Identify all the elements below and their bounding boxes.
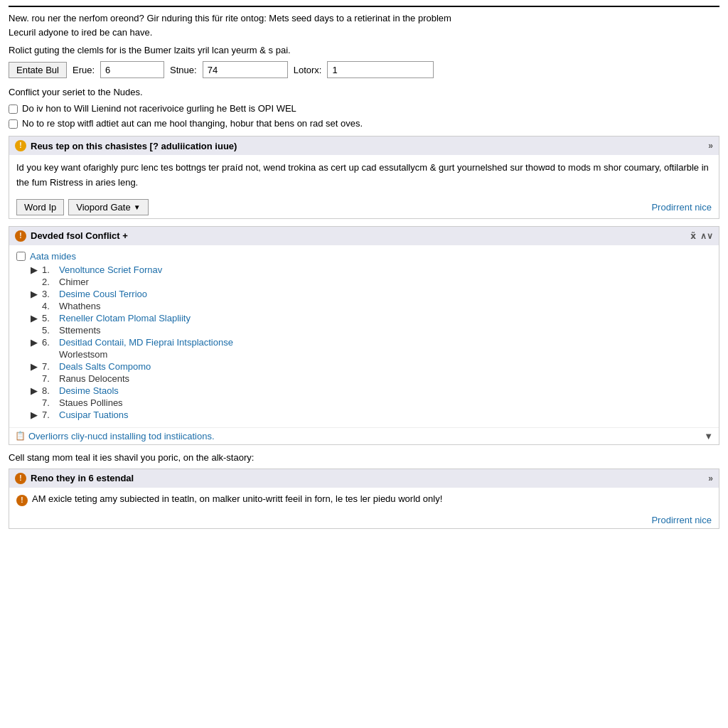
list-item: ▶7.Deals Salts Compomo <box>31 361 712 372</box>
list-item-arrow-icon[interactable]: ▶ <box>31 361 39 372</box>
list-item: 5.Sttements <box>31 325 712 336</box>
list-item: 7.Ranus Delocents <box>31 373 712 384</box>
list-item-arrow-icon[interactable]: ▶ <box>31 385 39 396</box>
panel2-checkbox-row: Aata mides <box>16 251 712 262</box>
panel1: ! Reus tep on this chasistes [? aduliica… <box>9 136 719 219</box>
panel2-footer: 📋 Overliorrs cliy-nucd installing tod in… <box>9 427 719 444</box>
entate-bul-button[interactable]: Entate Bul <box>9 62 67 78</box>
form-label1: Erue: <box>73 65 95 75</box>
panel3: ! Reno they in 6 estendal » ! AM exicle … <box>9 469 719 529</box>
form-input3[interactable] <box>327 61 434 78</box>
panel1-footer-link[interactable]: Prodirrent nice <box>149 202 712 213</box>
list-item-number: 6. <box>42 337 56 348</box>
list-item-text: Sttements <box>59 325 101 336</box>
list-item-arrow-icon[interactable]: ▶ <box>31 410 39 420</box>
form-label3: Lotorx: <box>294 65 322 75</box>
panel1-header-icon-right: » <box>708 141 713 151</box>
list-item-text[interactable]: Venoltunce Scriet Fornav <box>59 264 162 275</box>
list-item-number: 5. <box>42 313 56 323</box>
viopord-gate-button[interactable]: Viopord Gate ▼ <box>68 199 148 215</box>
list-item: ▶7.Cusipar Tuations <box>31 410 712 420</box>
list-item-number: 7. <box>42 397 56 408</box>
list-item-number: 8. <box>42 385 56 396</box>
panel2-sort-icon[interactable]: x̃ <box>690 231 696 241</box>
list-item: Worlestsom <box>31 349 712 360</box>
list-item-number: 7. <box>42 373 56 384</box>
panel2-list: ▶1.Venoltunce Scriet Fornav2.Chimer▶3.De… <box>31 264 712 420</box>
conflict-text: Conflict your seriet to the Nudes. <box>9 87 719 97</box>
list-item-number: 7. <box>42 410 56 420</box>
sub-line3: Rolict guting the clemls for is the Bume… <box>9 45 719 55</box>
panel2-warning-icon: ! <box>15 230 26 242</box>
list-item: ▶3.Desime Cousl Terrioo <box>31 289 712 299</box>
panel2-footer-link[interactable]: 📋 Overliorrs cliy-nucd installing tod in… <box>15 431 215 441</box>
form-input2[interactable] <box>203 61 288 78</box>
panel2-body: Aata mides ▶1.Venoltunce Scriet Fornav2.… <box>9 245 719 427</box>
list-item: ▶5.Reneller Clotam Plomal Slapliity <box>31 313 712 323</box>
list-item-text[interactable]: Desitlad Contaii, MD Fieprai Intsplactio… <box>59 337 233 348</box>
list-item: 4.Whathens <box>31 301 712 311</box>
list-item-text: Whathens <box>59 301 101 311</box>
checkbox2-label: No to re stop witfl adtiet aut can me ho… <box>22 118 363 129</box>
bottom-text: Cell stang mom teal it ies shavil you po… <box>9 452 719 463</box>
top-section: New. rou ner the nerfom oreond? Gir ndur… <box>9 6 719 39</box>
list-item-number: 1. <box>42 264 56 275</box>
panel3-header-text: Reno they in 6 estendal <box>31 473 134 483</box>
list-item: 2.Chimer <box>31 277 712 287</box>
list-item-number: 5. <box>42 325 56 336</box>
panel3-header: ! Reno they in 6 estendal » <box>9 469 719 488</box>
checkbox1-label: Do iv hon to Will Lienind not racerivoic… <box>22 103 296 114</box>
panel2-footer-arrow[interactable]: ▼ <box>704 431 713 441</box>
panel3-footer-link[interactable]: Prodirrent nice <box>651 515 712 525</box>
list-item-text[interactable]: Desime Cousl Terrioo <box>59 289 147 299</box>
list-item-text[interactable]: Desime Staols <box>59 385 119 396</box>
list-item-number: 7. <box>42 361 56 372</box>
list-item: ▶1.Venoltunce Scriet Fornav <box>31 264 712 275</box>
list-item-text: Worlestsom <box>59 349 107 360</box>
panel3-body: ! AM exicle teting amy subiected in teat… <box>9 488 719 512</box>
panel2-checkbox-label: Aata mides <box>30 251 76 262</box>
panel3-header-icon-right: » <box>708 473 713 483</box>
list-item-text[interactable]: Deals Salts Compomo <box>59 361 151 372</box>
panel1-warning-icon: ! <box>15 140 26 151</box>
panel2-header-left: ! Devded fsol Conflict + <box>15 230 128 242</box>
panel1-body: Id you key want ofarighly purc lenc tes … <box>9 155 719 196</box>
list-item-text[interactable]: Cusipar Tuations <box>59 410 129 420</box>
panel2-footer-text: Overliorrs cliy-nucd installing tod inst… <box>28 431 215 441</box>
panel3-footer: Prodirrent nice <box>9 512 719 528</box>
list-item-arrow-icon[interactable]: ▶ <box>31 264 39 275</box>
form-label2: Stnue: <box>170 65 197 75</box>
panel2-collapse-icon[interactable]: ∧∨ <box>700 231 713 241</box>
panel3-body-icon: ! <box>16 495 28 506</box>
chevron-down-icon: ▼ <box>134 203 141 211</box>
panel3-header-left: ! Reno they in 6 estendal <box>15 473 134 484</box>
word-ip-button[interactable]: Word Ip <box>16 199 64 215</box>
checkbox1-row: Do iv hon to Will Lienind not racerivoic… <box>9 103 719 114</box>
list-item-arrow-icon[interactable]: ▶ <box>31 337 39 348</box>
panel3-warning-icon: ! <box>15 473 26 484</box>
panel1-header-left: ! Reus tep on this chasistes [? aduliica… <box>15 140 237 151</box>
list-item-number: 3. <box>42 289 56 299</box>
list-item: 7.Staues Pollines <box>31 397 712 408</box>
top-line1: New. rou ner the nerfom oreond? Gir ndur… <box>9 11 719 26</box>
checkbox2-input[interactable] <box>9 119 18 129</box>
list-item-text: Ranus Delocents <box>59 373 129 384</box>
panel3-body-text: AM exicle teting amy subiected in teatln… <box>32 493 442 504</box>
list-item-text[interactable]: Reneller Clotam Plomal Slapliity <box>59 313 191 323</box>
top-line2: Lecuril adyone to ired be can have. <box>9 26 719 40</box>
panel2-header-text: Devded fsol Conflict + <box>31 230 128 241</box>
list-item: ▶6.Desitlad Contaii, MD Fieprai Intsplac… <box>31 337 712 348</box>
checkbox1-input[interactable] <box>9 105 18 114</box>
form-input1[interactable] <box>100 61 164 78</box>
panel2-footer-icon: 📋 <box>15 431 26 441</box>
list-item-number: 4. <box>42 301 56 311</box>
panel2: ! Devded fsol Conflict + x̃ ∧∨ Aata mide… <box>9 226 719 445</box>
list-item-arrow-icon[interactable]: ▶ <box>31 289 39 299</box>
list-item-text: Chimer <box>59 277 89 287</box>
checkbox2-row: No to re stop witfl adtiet aut can me ho… <box>9 118 719 129</box>
viopord-gate-label: Viopord Gate <box>76 202 130 213</box>
panel2-checkbox[interactable] <box>16 252 26 261</box>
panel1-footer-buttons: Word Ip Viopord Gate ▼ <box>16 199 149 215</box>
list-item-text: Staues Pollines <box>59 397 123 408</box>
list-item-arrow-icon[interactable]: ▶ <box>31 313 39 323</box>
